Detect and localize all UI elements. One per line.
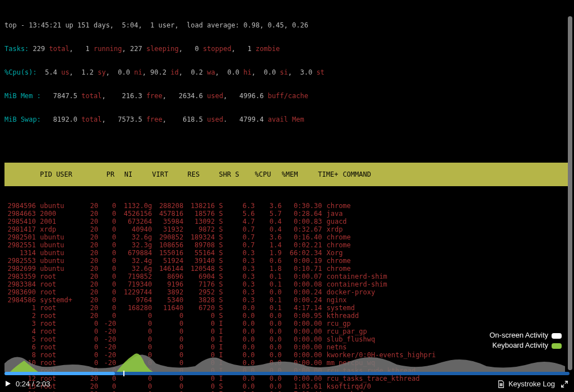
process-row: 3 root0-20000 I0.00.00:00.00rcu_gp (4, 320, 569, 328)
playback-timeline[interactable] (4, 372, 570, 375)
mem-line: MiB Mem : 7847.5 total, 216.3 free, 2634… (4, 92, 569, 100)
process-row: 2982699 ubuntu20032.6g146144120548 S0.31… (4, 265, 569, 273)
cpu-line: %Cpu(s): 5.4 us, 1.2 sy, 0.0 ni, 90.2 id… (4, 68, 569, 76)
process-row: 2981417 xrdp20040940319329872 S0.70.40:3… (4, 225, 569, 233)
legend-screen-label: On-screen Activity (489, 331, 548, 339)
process-table-header: PID USERPRNIVIRTRESSHR S%CPU%MEMTIME+COM… (4, 163, 569, 186)
scrollbar-thumb[interactable] (568, 16, 572, 370)
process-row: 8 root0-20000 I0.00.00:00.00kworker/0:0H… (4, 351, 569, 359)
keystroke-log-button[interactable]: Keystroke Log (492, 380, 574, 388)
process-row: 1314 ubuntu20067988415501655164 S0.31.96… (4, 249, 569, 257)
process-row: 5 root0-20000 I0.00.00:00.00slub_flushwq (4, 335, 569, 343)
play-icon (4, 380, 11, 387)
player-controls: 0:24 / 2:03 Keystroke Log (0, 376, 574, 392)
process-row: 10 root0-20000 I0.00.00:00.00mm_percpu_w… (4, 359, 569, 367)
legend-screen-chip (552, 333, 562, 339)
playback-time: 0:24 / 2:03 (16, 380, 50, 388)
timeline-marker (123, 371, 124, 376)
tasks-line: Tasks: 229 total, 1 running, 227 sleepin… (4, 45, 569, 53)
play-button[interactable] (0, 380, 16, 388)
process-row: 2984596 ubuntu2001132.0g288208138216 S6.… (4, 202, 569, 210)
process-row: 2 root200000 S0.00.00:00.95kthreadd (4, 312, 569, 320)
swap-line: MiB Swap: 8192.0 total, 7573.5 free, 618… (4, 116, 569, 123)
process-row: 2982501 ubuntu20032.6g290852189324 S0.73… (4, 233, 569, 241)
playback-progress (4, 372, 115, 375)
document-icon (497, 380, 505, 388)
process-row: 2982553 ubuntu20032.4g5192439140 S0.30.6… (4, 257, 569, 265)
uptime-line: top - 13:45:21 up 151 days, 5:04, 1 user… (4, 21, 569, 29)
expand-icon (561, 380, 568, 388)
activity-legend: On-screen Activity Keyboard Activity (489, 330, 562, 351)
process-row: 2985410 20012006732643598413092 S4.70.40… (4, 218, 569, 225)
process-row: 2983690 root200122974438922952 S0.30.00:… (4, 288, 569, 296)
process-row: 1 root200168280116406720 S0.00.14:17.14s… (4, 304, 569, 312)
process-table-body: 2984596 ubuntu2001132.0g288208138216 S6.… (4, 202, 569, 392)
legend-keyboard-chip (552, 343, 562, 349)
process-row: 2982551 ubuntu20032.3g10865689708 S0.71.… (4, 241, 569, 249)
legend-keyboard-label: Keyboard Activity (492, 341, 548, 349)
process-row: 2983359 root20071985286966904 S0.30.10:0… (4, 273, 569, 280)
process-row: 2984586 systemd+200976453403828 S0.30.10… (4, 296, 569, 304)
process-row: 2983384 root20071934091967176 S0.30.10:0… (4, 280, 569, 288)
process-row: 4 root0-20000 I0.00.00:00.00rcu_par_gp (4, 328, 569, 335)
process-row: 2984663 2000200452615645781618576 S5.65.… (4, 210, 569, 218)
process-row: 6 root0-20000 I0.00.00:00.00netns (4, 343, 569, 351)
keystroke-log-label: Keystroke Log (508, 380, 555, 388)
terminal-output: top - 13:45:21 up 151 days, 5:04, 1 user… (0, 0, 569, 376)
